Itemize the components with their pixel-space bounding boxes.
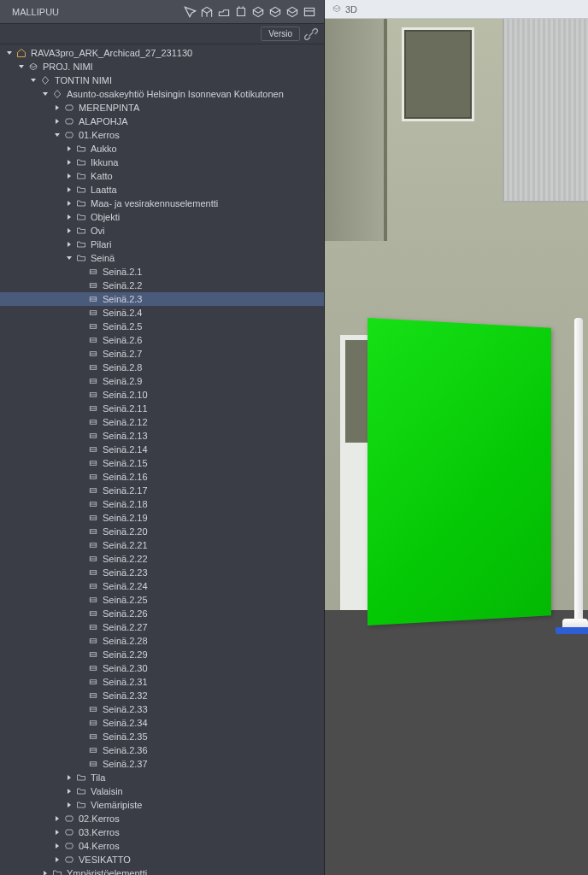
tree-row[interactable]: Seinä [0,251,324,265]
tree-row[interactable]: Seinä.2.26 [0,607,324,620]
tree-arrow-icon[interactable] [65,172,74,180]
tool-6-icon[interactable] [268,4,283,20]
tree-row[interactable]: Seinä.2.35 [0,730,324,743]
tree-row[interactable]: Seinä.2.37 [0,757,324,771]
tree-row[interactable]: Seinä.2.9 [0,374,324,388]
viewport-tab-label[interactable]: 3D [345,4,357,15]
tree-row[interactable]: VESIKATTO [0,853,324,866]
tree-row[interactable]: Asunto-osakeyhtiö Helsingin Isonnevan Ko… [0,87,324,101]
tree-row[interactable]: Seinä.2.10 [0,388,324,402]
tree-row[interactable]: Seinä.2.19 [0,511,324,525]
tree-row[interactable]: Seinä.2.28 [0,634,324,648]
tree-arrow-icon[interactable] [17,62,26,71]
tree-row[interactable]: Seinä.2.22 [0,552,324,566]
tree-arrow-icon[interactable] [65,226,74,235]
tree-row[interactable]: Seinä.2.14 [0,443,324,456]
tree-row[interactable]: Seinä.2.33 [0,702,324,716]
tree-arrow-none [77,596,85,604]
tree-arrow-icon[interactable] [29,76,38,85]
tree-row[interactable]: ALAPOHJA [0,115,324,128]
tree-row[interactable]: Seinä.2.17 [0,484,324,497]
tree-arrow-icon[interactable] [65,213,74,221]
tree-row[interactable]: Valaisin [0,784,324,798]
tree-arrow-icon[interactable] [53,828,62,837]
tree-row[interactable]: Seinä.2.24 [0,579,324,593]
tree-row[interactable]: Seinä.2.1 [0,265,324,279]
tree-row[interactable]: 04.Kerros [0,839,324,853]
tree-row[interactable]: Seinä.2.5 [0,320,324,333]
tree-row[interactable]: Laatta [0,183,324,197]
tree-row[interactable]: Seinä.2.36 [0,743,324,757]
tree-row[interactable]: Seinä.2.2 [0,279,324,292]
tree-arrow-icon[interactable] [65,787,74,796]
tool-8-icon[interactable] [302,4,317,20]
tree-row[interactable]: Seinä.2.11 [0,402,324,415]
tool-7-icon[interactable] [285,4,300,20]
tree-row[interactable]: Ympäristöelementti [0,866,324,875]
tree-row[interactable]: Seinä.2.32 [0,689,324,702]
tree-row[interactable]: Ovi [0,224,324,238]
tree-row[interactable]: Seinä.2.31 [0,675,324,689]
tree-arrow-icon[interactable] [65,185,74,194]
tree-row[interactable]: MERENPINTA [0,101,324,115]
tool-4-icon[interactable] [233,4,249,20]
tree-arrow-icon[interactable] [65,199,74,208]
tree-row[interactable]: Seinä.2.4 [0,306,324,320]
tree-arrow-icon[interactable] [53,842,62,850]
tree-row[interactable]: Seinä.2.13 [0,429,324,443]
tree-row[interactable]: Viemäripiste [0,798,324,812]
tree-row[interactable]: 03.Kerros [0,825,324,839]
tree-row[interactable]: Seinä.2.15 [0,456,324,470]
tree-row[interactable]: Seinä.2.21 [0,538,324,552]
tree-row[interactable]: RAVA3pro_ARK_Archicad_27_231130 [0,46,324,60]
tree-row[interactable]: Seinä.2.7 [0,347,324,361]
tree-arrow-icon[interactable] [65,240,74,249]
tree-arrow-icon[interactable] [41,90,50,98]
tree-row[interactable]: Ikkuna [0,156,324,169]
tree-row[interactable]: Katto [0,169,324,183]
tree-row[interactable]: PROJ. NIMI [0,60,324,73]
tree-row[interactable]: TONTIN NIMI [0,73,324,87]
tree-row[interactable]: Seinä.2.6 [0,333,324,347]
tree-arrow-icon[interactable] [53,814,62,823]
tree-arrow-icon[interactable] [53,103,62,112]
tree-arrow-icon[interactable] [53,117,62,126]
tree-arrow-none [77,664,85,672]
tree-row[interactable]: Objekti [0,210,324,224]
tree-arrow-icon[interactable] [53,855,62,864]
version-button[interactable]: Versio [261,26,300,41]
tree-row[interactable]: Seinä.2.12 [0,415,324,429]
viewport-canvas[interactable] [325,19,588,875]
tree-row[interactable]: Seinä.2.27 [0,620,324,634]
tool-3-icon[interactable] [216,4,232,20]
tree-arrow-icon[interactable] [53,131,62,139]
tree-arrow-icon[interactable] [65,158,74,167]
tree-row[interactable]: Tila [0,771,324,784]
tree-row[interactable]: Seinä.2.30 [0,661,324,675]
tree-row[interactable]: 02.Kerros [0,812,324,825]
link-icon[interactable] [303,26,319,42]
tree-row[interactable]: Seinä.2.34 [0,716,324,730]
tree-row[interactable]: 01.Kerros [0,128,324,142]
tree-row[interactable]: Pilari [0,238,324,251]
model-tree[interactable]: RAVA3pro_ARK_Archicad_27_231130PROJ. NIM… [0,44,324,875]
tree-arrow-icon[interactable] [5,49,14,57]
tool-2-icon[interactable] [199,4,215,20]
tree-arrow-icon[interactable] [65,254,74,262]
tree-row[interactable]: Seinä.2.3 [0,292,324,306]
tree-arrow-icon[interactable] [65,144,74,153]
tree-row[interactable]: Seinä.2.8 [0,361,324,374]
tool-5-icon[interactable] [250,4,266,20]
tree-row[interactable]: Seinä.2.23 [0,566,324,579]
tree-row[interactable]: Aukko [0,142,324,156]
tree-row[interactable]: Seinä.2.16 [0,470,324,484]
tree-arrow-icon[interactable] [65,773,74,782]
tree-row[interactable]: Seinä.2.18 [0,497,324,511]
tree-row[interactable]: Maa- ja vesirakennuselementti [0,197,324,210]
tree-arrow-icon[interactable] [41,869,50,875]
tree-row[interactable]: Seinä.2.20 [0,525,324,538]
tree-row[interactable]: Seinä.2.25 [0,593,324,607]
tree-row[interactable]: Seinä.2.29 [0,648,324,661]
tree-arrow-icon[interactable] [65,801,74,809]
tool-1-icon[interactable] [182,4,197,20]
